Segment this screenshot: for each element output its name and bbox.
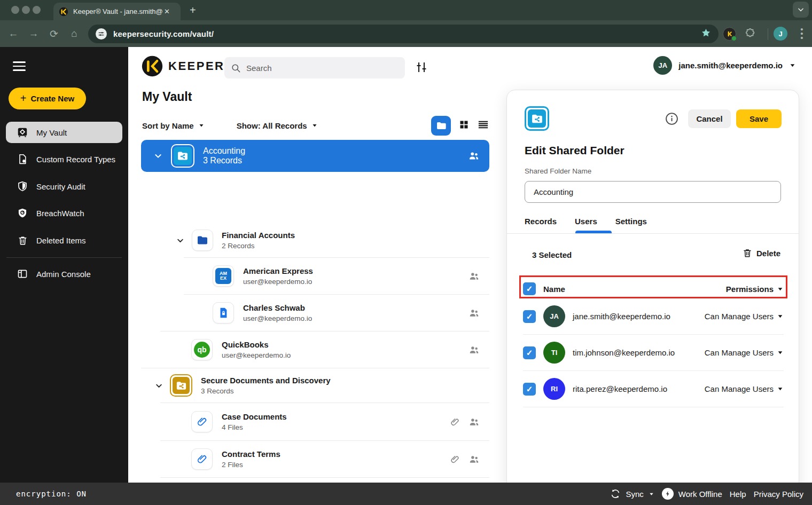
filter-tune-icon[interactable] [415, 61, 428, 76]
keeper-vault-window: Keeper® Vault - jane.smith@ ✕ + ← → ⟳ ⌂ … [0, 0, 812, 505]
shared-users-icon[interactable] [469, 454, 480, 465]
sidebar-item-security-audit[interactable]: Security Audit [0, 176, 128, 197]
keeper-logo-icon [142, 56, 163, 77]
sidebar: + Create New My Vault Custom Record Type… [0, 47, 128, 505]
tab-search-button[interactable] [793, 2, 809, 18]
work-offline-button[interactable]: Work Offline [662, 488, 722, 500]
reload-icon[interactable]: ⟳ [44, 28, 64, 40]
tab-close-icon[interactable]: ✕ [164, 7, 170, 15]
user-row[interactable]: ✓ RI rita.perez@keeperdemo.io Can Manage… [523, 371, 784, 407]
record-title: Contract Terms [222, 449, 280, 460]
view-toggles [431, 116, 489, 136]
sidebar-item-breachwatch[interactable]: BreachWatch [0, 202, 128, 224]
privacy-policy-link[interactable]: Privacy Policy [754, 490, 803, 499]
save-button[interactable]: Save [736, 109, 782, 128]
shared-users-icon[interactable] [469, 344, 480, 356]
chevron-down-icon [797, 6, 805, 13]
trash-icon [743, 248, 752, 258]
toolbar-separator [768, 28, 768, 40]
tab-records[interactable]: Records [525, 217, 557, 226]
plus-icon: + [20, 93, 27, 104]
record-row-quickbooks[interactable]: qb QuickBooks user@keeperdemo.io [141, 332, 489, 368]
url-text: keepersecurity.com/vault/ [113, 29, 214, 38]
user-permission-dropdown[interactable]: Can Manage Users [705, 384, 784, 393]
record-row-case-documents[interactable]: Case Documents 4 Files [141, 403, 489, 440]
user-email: jane.smith@keeperdemo.io [573, 312, 670, 321]
site-settings-icon[interactable] [96, 28, 107, 40]
sidebar-item-label: Custom Record Types [36, 155, 115, 164]
browser-profile-avatar[interactable]: J [774, 27, 787, 41]
sidebar-item-deleted-items[interactable]: Deleted Items [0, 230, 128, 251]
help-link[interactable]: Help [730, 490, 746, 499]
list-view-button[interactable] [477, 119, 489, 133]
user-checkbox[interactable]: ✓ [523, 346, 536, 359]
sidebar-item-my-vault[interactable]: My Vault [6, 122, 122, 143]
keeper-logo: KEEPER ® [142, 56, 233, 77]
folder-row-accounting[interactable]: Accounting 3 Records [141, 140, 489, 172]
permission-value: Can Manage Users [705, 312, 774, 321]
extensions-puzzle-icon[interactable] [745, 28, 756, 42]
permissions-column-header[interactable]: Permissions [726, 285, 784, 294]
delete-button[interactable]: Delete [743, 248, 780, 258]
user-checkbox[interactable]: ✓ [523, 310, 536, 323]
tab-settings[interactable]: Settings [615, 217, 647, 226]
info-icon[interactable] [665, 112, 678, 128]
users-table-header: ✓ Name Permissions [523, 279, 784, 298]
cancel-button[interactable]: Cancel [688, 109, 731, 128]
shared-users-icon[interactable] [468, 150, 480, 162]
record-title: Case Documents [222, 412, 287, 422]
folder-icon [192, 230, 213, 251]
grid-view-button[interactable] [458, 119, 470, 132]
window-minimize-button[interactable] [22, 6, 30, 14]
user-permission-dropdown[interactable]: Can Manage Users [705, 348, 784, 357]
shared-users-icon[interactable] [469, 271, 480, 282]
user-row[interactable]: ✓ JA jane.smith@keeperdemo.io Can Manage… [523, 298, 784, 334]
browser-tab[interactable]: Keeper® Vault - jane.smith@ ✕ [53, 3, 181, 20]
keeper-extension-icon[interactable] [723, 27, 736, 41]
forward-icon[interactable]: → [24, 28, 44, 40]
bookmark-star-icon[interactable] [701, 28, 711, 40]
tab-users[interactable]: Users [575, 217, 597, 226]
collapse-chevron-icon[interactable] [155, 382, 163, 390]
record-row-american-express[interactable]: AM EX American Express user@keeperdemo.i… [141, 258, 489, 294]
home-icon[interactable]: ⌂ [64, 28, 84, 40]
work-offline-label: Work Offline [678, 490, 722, 499]
folder-row-secure-documents[interactable]: Secure Documents and Discovery 3 Records [141, 368, 489, 403]
hamburger-menu-icon[interactable] [13, 61, 26, 71]
selected-count: 3 Selected [532, 250, 572, 259]
browser-menu-icon[interactable]: ••• [798, 27, 806, 40]
select-all-checkbox[interactable]: ✓ [523, 282, 536, 295]
chevron-down-icon [777, 349, 784, 356]
user-row[interactable]: ✓ TI tim.johnson@keeperdemo.io Can Manag… [523, 335, 784, 370]
search-bar[interactable] [224, 57, 405, 78]
new-tab-button[interactable]: + [190, 4, 196, 17]
sidebar-item-custom-record-types[interactable]: Custom Record Types [0, 148, 128, 170]
sort-dropdown[interactable]: Sort by Name [142, 121, 205, 130]
folder-view-button[interactable] [431, 116, 451, 136]
back-icon[interactable]: ← [3, 28, 24, 40]
account-menu[interactable]: JA jane.smith@keeperdemo.io [653, 56, 796, 75]
sync-button[interactable]: Sync [610, 488, 654, 499]
window-close-button[interactable] [11, 6, 19, 14]
record-row-charles-schwab[interactable]: Charles Schwab user@keeperdemo.io [141, 295, 489, 331]
user-permission-dropdown[interactable]: Can Manage Users [705, 312, 784, 321]
collapse-chevron-icon[interactable] [176, 236, 184, 244]
folder-row-financial-accounts[interactable]: Financial Accounts 2 Records [141, 223, 489, 257]
row-actions [469, 307, 480, 319]
url-bar[interactable]: keepersecurity.com/vault/ [88, 25, 719, 43]
collapse-chevron-icon[interactable] [154, 152, 162, 160]
user-avatar: JA [543, 305, 565, 327]
folder-name-input[interactable] [525, 181, 781, 203]
record-row-contract-terms[interactable]: Contract Terms 2 Files [141, 441, 489, 477]
shared-users-icon[interactable] [469, 307, 480, 319]
sidebar-item-admin-console[interactable]: Admin Console [0, 263, 128, 285]
account-avatar[interactable]: JA [653, 56, 672, 75]
user-checkbox[interactable]: ✓ [523, 383, 536, 396]
create-new-button[interactable]: + Create New [9, 88, 86, 109]
window-zoom-button[interactable] [33, 6, 41, 14]
search-input[interactable] [246, 64, 385, 73]
record-subtitle: user@keeperdemo.io [243, 278, 313, 286]
show-dropdown[interactable]: Show: All Records [237, 121, 318, 130]
shared-users-icon[interactable] [469, 416, 480, 428]
page-title: My Vault [142, 90, 192, 104]
